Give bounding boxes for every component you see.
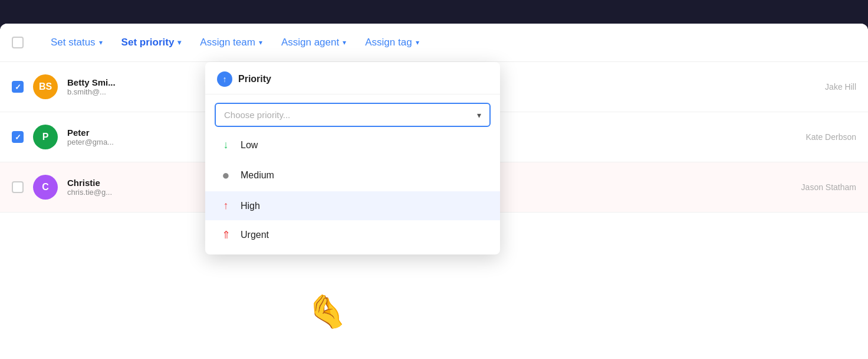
urgent-arrows-icon: ⇑ (219, 229, 232, 241)
assign-agent-chevron-icon: ▾ (343, 38, 346, 47)
priority-select-placeholder: Choose priority... (224, 110, 290, 120)
avatar: P (33, 125, 58, 149)
toolbar: Set status ▾ Set priority ▾ Assign team … (0, 24, 868, 62)
select-all-checkbox[interactable] (12, 37, 24, 48)
checkmark-icon: ✓ (15, 133, 21, 142)
set-priority-button[interactable]: Set priority ▾ (112, 32, 191, 53)
priority-option-high[interactable]: ↑ High (205, 191, 500, 220)
assign-team-button[interactable]: Assign team ▾ (190, 32, 272, 53)
priority-option-medium[interactable]: ● Medium (205, 159, 500, 191)
checkmark-icon: ✓ (15, 83, 21, 92)
low-arrow-icon: ↓ (219, 139, 232, 151)
assign-tag-button[interactable]: Assign tag ▾ (356, 32, 428, 53)
dropdown-title: Priority (238, 74, 271, 84)
priority-option-urgent[interactable]: ⇑ Urgent (205, 220, 500, 250)
main-container: Set status ▾ Set priority ▾ Assign team … (0, 0, 868, 359)
priority-dropdown: ↑ Priority Choose priority... ▾ ↓ Low ● … (205, 62, 500, 254)
assign-tag-chevron-icon: ▾ (416, 38, 419, 47)
row-1-checkbox[interactable]: ✓ (12, 81, 24, 93)
set-status-chevron-icon: ▾ (99, 38, 103, 47)
assign-tag-label: Assign tag (365, 37, 412, 48)
dropdown-header: ↑ Priority (205, 62, 500, 94)
row-3-checkbox[interactable] (12, 181, 24, 193)
white-panel: Set status ▾ Set priority ▾ Assign team … (0, 24, 868, 359)
priority-icon: ↑ (217, 71, 232, 87)
priority-option-low[interactable]: ↓ Low (205, 130, 500, 159)
priority-select-chevron-icon: ▾ (477, 110, 481, 120)
set-status-label: Set status (51, 37, 96, 48)
medium-dot-icon: ● (219, 168, 232, 183)
assign-agent-button[interactable]: Assign agent ▾ (272, 32, 356, 53)
set-priority-chevron-icon: ▾ (177, 38, 181, 47)
assign-agent-label: Assign agent (281, 37, 339, 48)
priority-options: ↓ Low ● Medium ↑ High ⇑ Urgent (205, 130, 500, 250)
set-priority-label: Set priority (121, 37, 175, 48)
priority-select[interactable]: Choose priority... ▾ (215, 103, 491, 127)
assign-team-chevron-icon: ▾ (259, 38, 262, 47)
avatar: BS (33, 74, 58, 99)
row-agent: Kate Derbson (805, 132, 856, 142)
priority-option-medium-label: Medium (241, 170, 274, 181)
row-2-checkbox[interactable]: ✓ (12, 131, 24, 143)
row-agent: Jason Statham (801, 182, 856, 192)
row-agent: Jake Hill (825, 82, 856, 92)
assign-team-label: Assign team (200, 37, 255, 48)
high-arrow-icon: ↑ (219, 200, 232, 212)
priority-option-urgent-label: Urgent (241, 230, 269, 240)
priority-option-low-label: Low (241, 140, 258, 151)
select-all-checkbox-container[interactable] (12, 37, 24, 48)
cursor-hand-icon: 🤌 (307, 292, 348, 331)
avatar: C (33, 175, 58, 200)
set-status-button[interactable]: Set status ▾ (41, 32, 112, 53)
priority-option-high-label: High (241, 201, 260, 211)
